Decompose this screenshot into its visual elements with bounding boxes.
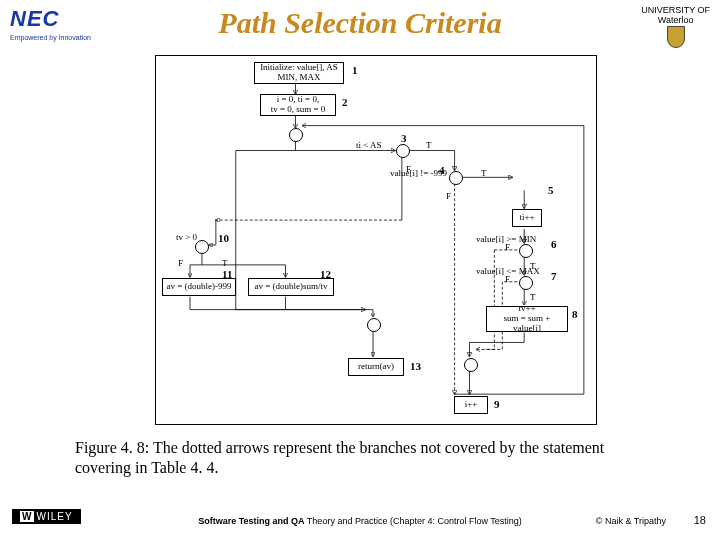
label-3-cond: ti < AS [356,140,382,150]
node-num-2: 2 [342,96,348,108]
label-7T: T [530,292,536,302]
node-num-6: 6 [551,238,557,250]
decision-10 [195,240,209,254]
node-num-7: 7 [551,270,557,282]
label-4T: T [481,168,487,178]
node-num-1: 1 [352,64,358,76]
merge-9-top [464,358,478,372]
node-num-3: 3 [401,132,407,144]
node-num-9: 9 [494,398,500,410]
node-num-10: 10 [218,232,229,244]
node-init-vars: i = 0, ti = 0,tv = 0, sum = 0 [260,94,336,116]
node-av-sum: av = (double)sum/tv [248,278,334,296]
label-6F: F [505,242,510,252]
node-initialize: Initialize: value[], ASMIN, MAX [254,62,344,84]
node-return: return(av) [348,358,404,376]
label-7F: F [505,274,510,284]
flowchart: Initialize: value[], ASMIN, MAX 1 i = 0,… [155,55,597,425]
merge-top [289,128,303,142]
node-num-13: 13 [410,360,421,372]
page-number: 18 [694,514,706,526]
footer-bold: Software Testing and QA [198,516,304,526]
footer-rest: Theory and Practice (Chapter 4: Control … [305,516,522,526]
label-10F: F [178,258,183,268]
page-title: Path Selection Criteria [0,6,720,40]
label-3T: T [426,140,432,150]
node-num-11: 11 [222,268,232,280]
decision-4 [449,171,463,185]
node-num-12: 12 [320,268,331,280]
decision-3 [396,144,410,158]
node-num-8: 8 [572,308,578,320]
node-ti-inc: ti++ [512,209,542,227]
footer-copyright: © Naik & Tripathy [596,516,666,526]
label-4-cond: value[i] != -999 [390,168,447,178]
node-i-inc: i++ [454,396,488,414]
label-10-cond: tv > 0 [176,232,197,242]
label-4F: F [446,191,451,201]
node-av-999: av = (double)-999 [162,278,236,296]
decision-7 [519,276,533,290]
figure-caption: Figure 4. 8: The dotted arrows represent… [75,438,645,478]
node-tv-sum: tv++sum = sum + value[i] [486,306,568,332]
decision-6 [519,244,533,258]
label-10T: T [222,258,228,268]
merge-12-13 [367,318,381,332]
node-num-5: 5 [548,184,554,196]
